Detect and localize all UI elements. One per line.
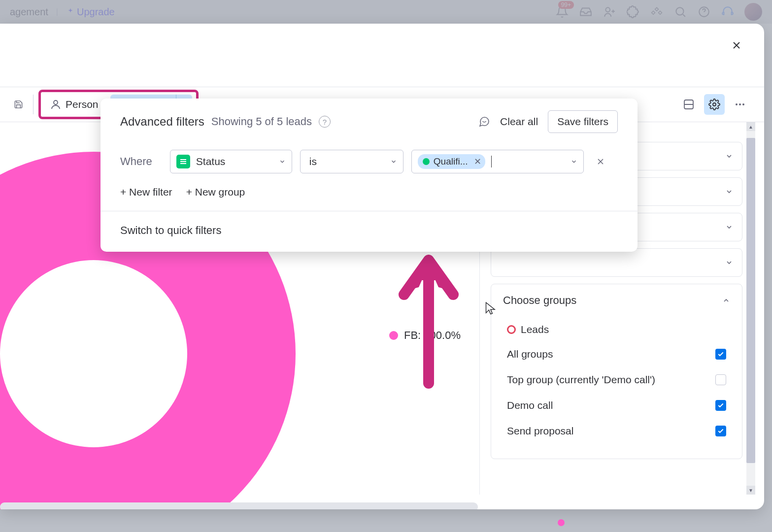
- svg-point-7: [739, 103, 741, 105]
- feedback-icon[interactable]: [478, 116, 490, 128]
- filter-field-select[interactable]: Status: [170, 150, 292, 173]
- group-row[interactable]: Demo call: [503, 393, 730, 418]
- horizontal-scrollbar[interactable]: [0, 502, 478, 509]
- remove-rule-button[interactable]: [592, 153, 609, 170]
- cursor-pointer-icon: [485, 302, 497, 316]
- chevron-down-icon: [571, 158, 577, 165]
- help-icon[interactable]: ?: [319, 116, 331, 128]
- group-checkbox[interactable]: [715, 426, 726, 436]
- group-label: Send proposal: [507, 425, 573, 437]
- group-checkbox[interactable]: [715, 349, 726, 360]
- scroll-down-arrow[interactable]: ▼: [746, 486, 755, 495]
- group-label: All groups: [507, 348, 553, 360]
- choose-groups-header[interactable]: Choose groups: [503, 294, 730, 318]
- status-column-icon: [176, 155, 190, 168]
- chevron-down-icon: [725, 188, 733, 196]
- svg-rect-12: [180, 163, 186, 164]
- results-count: Showing 5 of 5 leads: [211, 115, 312, 128]
- settings-section-collapsed[interactable]: [491, 248, 742, 277]
- svg-rect-10: [180, 159, 186, 160]
- selected-value-chip: Qualifi... ✕: [418, 154, 485, 169]
- svg-point-3: [54, 100, 58, 104]
- rule-conjunction: Where: [120, 155, 152, 168]
- vertical-scrollbar[interactable]: ▲ ▼: [746, 122, 755, 495]
- status-color-dot: [423, 158, 430, 165]
- save-icon[interactable]: [14, 95, 34, 114]
- group-row[interactable]: Send proposal: [503, 418, 730, 444]
- annotation-arrow: [384, 245, 473, 393]
- filter-operator-select[interactable]: is: [300, 150, 403, 173]
- board-color-dot: [507, 325, 516, 334]
- person-icon: [50, 99, 62, 110]
- widget-settings-panel: Person Filter / 1: [0, 24, 764, 509]
- switch-quick-filters-link[interactable]: Switch to quick filters: [120, 224, 221, 236]
- gear-icon: [708, 99, 720, 110]
- group-checkbox[interactable]: [715, 400, 726, 411]
- svg-point-8: [742, 103, 744, 105]
- chevron-up-icon: [722, 297, 730, 304]
- clear-all-button[interactable]: Clear all: [500, 116, 538, 128]
- save-filters-button[interactable]: Save filters: [548, 110, 618, 133]
- group-row[interactable]: Top group (currently 'Demo call'): [503, 367, 730, 393]
- svg-rect-11: [180, 161, 186, 162]
- svg-point-5: [713, 103, 716, 106]
- person-filter-button[interactable]: Person: [45, 96, 103, 113]
- group-label: Demo call: [507, 399, 553, 411]
- chip-remove-icon[interactable]: ✕: [474, 156, 481, 167]
- chevron-down-icon: [390, 158, 397, 165]
- svg-rect-9: [423, 270, 434, 386]
- add-group-button[interactable]: + New group: [186, 186, 245, 198]
- close-button[interactable]: [729, 37, 744, 53]
- chevron-down-icon: [725, 152, 733, 160]
- scrollbar-thumb[interactable]: [746, 138, 755, 463]
- chevron-down-icon: [279, 158, 286, 165]
- popover-title: Advanced filters: [120, 115, 204, 129]
- svg-point-6: [736, 103, 738, 105]
- chevron-down-icon: [725, 259, 733, 266]
- advanced-filters-popover: Advanced filters Showing 5 of 5 leads ? …: [101, 99, 638, 252]
- scroll-up-arrow[interactable]: ▲: [746, 122, 755, 131]
- split-view-button[interactable]: [678, 94, 699, 115]
- choose-groups-section: Choose groups Leads All groupsTop group …: [491, 284, 742, 459]
- group-label: Top group (currently 'Demo call'): [507, 374, 655, 386]
- group-checkbox[interactable]: [715, 374, 726, 385]
- filter-value-select[interactable]: Qualifi... ✕: [411, 150, 584, 173]
- settings-button[interactable]: [704, 94, 725, 115]
- ellipsis-icon: [734, 99, 746, 110]
- group-row[interactable]: All groups: [503, 341, 730, 367]
- more-options-button[interactable]: [730, 94, 750, 115]
- board-reference: Leads: [503, 318, 730, 341]
- filter-rule-row: Where Status is Qualifi... ✕: [101, 142, 638, 181]
- add-filter-button[interactable]: + New filter: [120, 186, 172, 198]
- chevron-down-icon: [725, 223, 733, 231]
- decorative-dot: [558, 519, 565, 526]
